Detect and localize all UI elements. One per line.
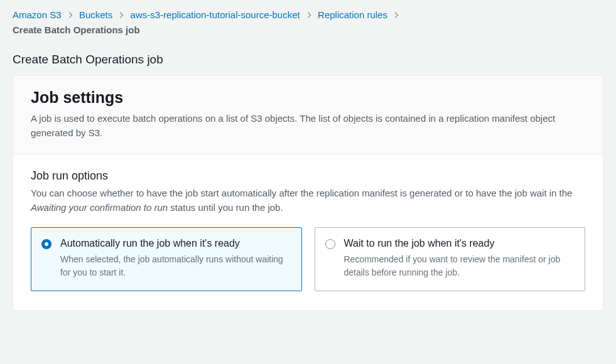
breadcrumb: Amazon S3 Buckets aws-s3-replication-tut… <box>0 0 616 41</box>
run-options-description: You can choose whether to have the job s… <box>31 186 585 215</box>
radio-description: When selected, the job automatically run… <box>60 253 290 279</box>
breadcrumb-link-s3[interactable]: Amazon S3 <box>13 9 62 20</box>
chevron-right-icon <box>306 9 311 23</box>
page-title: Create Batch Operations job <box>0 41 616 75</box>
job-settings-description: A job is used to execute batch operation… <box>31 112 585 140</box>
radio-group: Automatically run the job when it's read… <box>31 227 585 291</box>
breadcrumb-link-bucket-name[interactable]: aws-s3-replication-tutorial-source-bucke… <box>131 9 300 20</box>
breadcrumb-link-replication-rules[interactable]: Replication rules <box>318 9 387 20</box>
radio-description: Recommended if you want to review the ma… <box>344 253 574 279</box>
job-settings-card: Job settings A job is used to execute ba… <box>13 75 603 311</box>
card-header: Job settings A job is used to execute ba… <box>13 76 603 154</box>
radio-indicator-icon <box>325 239 335 249</box>
job-settings-heading: Job settings <box>31 88 585 107</box>
breadcrumb-current: Create Batch Operations job <box>13 24 140 35</box>
radio-indicator-icon <box>41 239 51 249</box>
chevron-right-icon <box>119 9 124 23</box>
run-options-heading: Job run options <box>31 169 585 183</box>
radio-label: Automatically run the job when it's read… <box>60 237 290 250</box>
chevron-right-icon <box>394 9 399 23</box>
radio-option-auto[interactable]: Automatically run the job when it's read… <box>31 227 302 291</box>
radio-label: Wait to run the job when it's ready <box>344 237 574 250</box>
breadcrumb-link-buckets[interactable]: Buckets <box>79 9 112 20</box>
card-body: Job run options You can choose whether t… <box>13 154 603 310</box>
chevron-right-icon <box>68 9 73 23</box>
radio-option-wait[interactable]: Wait to run the job when it's ready Reco… <box>315 227 586 291</box>
